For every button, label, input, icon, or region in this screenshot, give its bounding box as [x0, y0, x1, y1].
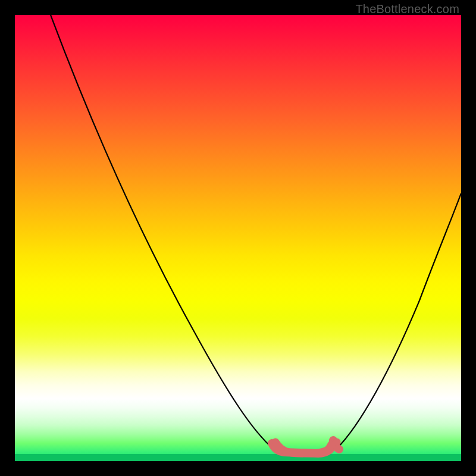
- chart-plot-area: [15, 15, 461, 461]
- chart-stage: TheBottleneck.com: [0, 0, 476, 476]
- watermark-label: TheBottleneck.com: [355, 2, 459, 16]
- flat-bottom-marker-main: [275, 442, 331, 453]
- curve-right: [336, 193, 461, 449]
- flat-bottom-dot: [333, 439, 341, 446]
- chart-curves: [15, 15, 461, 461]
- curve-left: [51, 15, 274, 449]
